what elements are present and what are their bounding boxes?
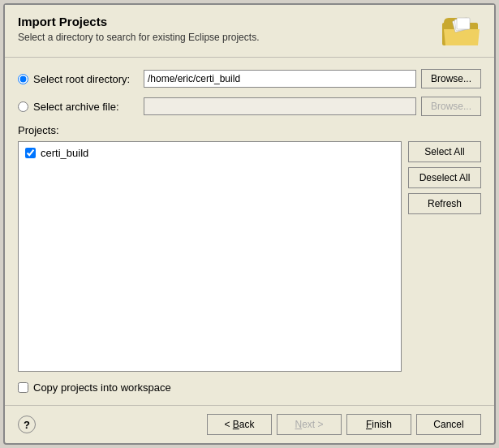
select-all-button[interactable]: Select All: [408, 141, 481, 162]
archive-file-input[interactable]: [144, 97, 416, 115]
project-name: certi_build: [41, 147, 88, 159]
list-item: certi_build: [22, 145, 398, 161]
archive-file-row: Select archive file: Browse...: [18, 97, 481, 116]
cancel-button[interactable]: Cancel: [416, 414, 481, 435]
dialog-body: Select root directory: Browse... Select …: [5, 58, 494, 405]
root-directory-input[interactable]: [144, 70, 416, 88]
header-text: Import Projects Select a directory to se…: [18, 15, 259, 43]
import-projects-dialog: Import Projects Select a directory to se…: [3, 3, 496, 445]
root-directory-radio[interactable]: [18, 74, 28, 84]
dialog-title: Import Projects: [18, 15, 259, 28]
projects-buttons: Select All Deselect All Refresh: [408, 141, 481, 372]
footer-buttons: < Back Next > Finish Cancel: [207, 414, 481, 435]
next-button[interactable]: Next >: [277, 414, 342, 435]
archive-browse-button[interactable]: Browse...: [421, 97, 481, 116]
dialog-footer: ? < Back Next > Finish Cancel: [5, 405, 494, 443]
help-button[interactable]: ?: [18, 416, 36, 433]
root-browse-button[interactable]: Browse...: [421, 69, 481, 88]
finish-button[interactable]: Finish: [346, 414, 411, 435]
refresh-button[interactable]: Refresh: [408, 193, 481, 214]
copy-label: Copy projects into workspace: [33, 381, 171, 394]
deselect-all-button[interactable]: Deselect All: [408, 167, 481, 188]
dialog-subtitle: Select a directory to search for existin…: [18, 32, 259, 43]
footer-left: ?: [18, 416, 36, 433]
dialog-header: Import Projects Select a directory to se…: [5, 5, 494, 58]
projects-area: certi_build Select All Deselect All Refr…: [18, 141, 481, 372]
root-directory-label: Select root directory:: [33, 73, 139, 85]
back-button[interactable]: < Back: [207, 414, 272, 435]
folder-icon: [442, 15, 481, 49]
archive-file-label: Select archive file:: [33, 101, 139, 113]
root-directory-row: Select root directory: Browse...: [18, 69, 481, 88]
projects-label: Projects:: [18, 124, 481, 136]
svg-rect-3: [457, 18, 470, 29]
copy-row: Copy projects into workspace: [18, 381, 481, 394]
archive-file-radio[interactable]: [18, 101, 28, 112]
project-checkbox[interactable]: [25, 148, 36, 158]
copy-checkbox[interactable]: [18, 382, 28, 393]
projects-list[interactable]: certi_build: [18, 141, 402, 372]
